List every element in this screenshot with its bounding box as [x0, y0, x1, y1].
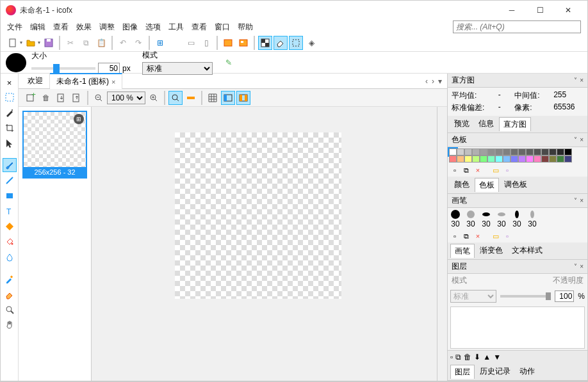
swatch[interactable] — [464, 148, 472, 155]
search-input[interactable] — [453, 20, 581, 33]
tab-document[interactable]: 未命名-1 (图标)× — [50, 73, 122, 89]
tab-close-icon[interactable]: × — [111, 78, 115, 86]
panel-collapse-icon[interactable]: ˅ — [574, 77, 577, 84]
layer-mode-select[interactable]: 标准 — [450, 290, 496, 303]
eraser-tool[interactable] — [3, 287, 17, 301]
save-button[interactable] — [42, 36, 56, 50]
swatch[interactable] — [457, 148, 464, 155]
swatch[interactable] — [526, 155, 534, 163]
tab-next-icon[interactable]: › — [432, 77, 434, 86]
brush-preset[interactable]: 30 — [481, 209, 491, 228]
menu-file[interactable]: 文件 — [7, 22, 22, 33]
menu-window[interactable]: 窗口 — [215, 22, 230, 33]
swatch[interactable] — [534, 155, 541, 163]
tab-welcome[interactable]: 欢迎 — [21, 74, 50, 88]
swatch[interactable] — [487, 148, 495, 155]
canvas-area[interactable] — [92, 107, 447, 381]
swatch[interactable] — [510, 155, 518, 163]
swatch[interactable] — [557, 148, 564, 155]
swatch[interactable] — [480, 155, 487, 163]
move-tool[interactable] — [3, 136, 17, 150]
tab-history[interactable]: 历史记录 — [476, 365, 514, 379]
cut-button[interactable]: ✂ — [63, 36, 78, 50]
swatch[interactable] — [487, 155, 495, 163]
menu-effects[interactable]: 效果 — [76, 22, 92, 33]
swatch[interactable] — [534, 148, 541, 155]
new-dropdown-icon[interactable]: ▾ — [20, 40, 22, 45]
swatch[interactable] — [541, 155, 549, 163]
swatch[interactable] — [472, 155, 480, 163]
import-button[interactable] — [70, 91, 84, 105]
swatch[interactable] — [472, 148, 480, 155]
swatch[interactable] — [518, 155, 526, 163]
canvas[interactable] — [175, 132, 341, 299]
copy-layer-icon[interactable]: ⧉ — [455, 353, 461, 362]
eyedropper-tool[interactable] — [3, 272, 17, 286]
marquee-tool[interactable] — [3, 90, 17, 104]
folder-brush-icon[interactable]: ▭ — [491, 232, 500, 241]
swatch[interactable] — [503, 148, 510, 155]
menu-view2[interactable]: 查看 — [192, 22, 207, 33]
layer-list[interactable] — [450, 306, 585, 349]
close-button[interactable]: ✕ — [554, 1, 582, 19]
delete-brush-icon[interactable]: × — [473, 232, 482, 241]
thumbnail-item[interactable]: ⊞ 256x256 - 32 — [22, 111, 87, 179]
hand-tool[interactable] — [3, 318, 17, 332]
brush-settings-icon[interactable]: ✎ — [222, 56, 236, 70]
brush-preset[interactable]: 30 — [512, 209, 522, 228]
panel-left-button[interactable] — [221, 91, 235, 105]
merge-down-icon[interactable]: ⬇ — [474, 353, 480, 362]
resource-button[interactable] — [221, 36, 235, 50]
swatch[interactable] — [480, 148, 487, 155]
menu-tools[interactable]: 工具 — [168, 22, 184, 33]
minimize-button[interactable]: ─ — [498, 1, 526, 19]
mode-select[interactable]: 标准 — [142, 62, 213, 75]
opacity-slider[interactable] — [500, 295, 551, 298]
tab-gradient[interactable]: 渐变色 — [476, 244, 507, 258]
redo-button[interactable]: ↷ — [131, 36, 145, 50]
tab-preview[interactable]: 预览 — [450, 117, 473, 131]
open-button[interactable] — [24, 36, 38, 50]
zoom-in-button[interactable] — [147, 91, 161, 105]
zoom-tool[interactable] — [3, 303, 17, 317]
swatch[interactable] — [549, 148, 557, 155]
tab-brush[interactable]: 画笔 — [450, 244, 475, 258]
layers-icon[interactable]: ◈ — [304, 36, 318, 50]
delete-swatch-icon[interactable]: × — [473, 166, 482, 175]
swatch[interactable] — [457, 155, 464, 163]
windows-icon[interactable]: ⊞ — [153, 36, 167, 50]
tab-histogram[interactable]: 直方图 — [499, 117, 531, 131]
swatch[interactable] — [449, 155, 457, 163]
save-swatch-icon[interactable]: ▫ — [503, 166, 512, 175]
grid-button[interactable] — [206, 91, 220, 105]
folder-swatch-icon[interactable]: ▭ — [491, 166, 500, 175]
gradient-tool[interactable] — [3, 219, 17, 234]
new-layer-icon[interactable]: ▫ — [450, 353, 453, 362]
copy-swatch-icon[interactable]: ⧉ — [462, 166, 471, 175]
drop-tool[interactable] — [3, 250, 17, 264]
swatch[interactable] — [503, 155, 510, 163]
tab-text-style[interactable]: 文本样式 — [508, 244, 546, 258]
delete-image-button[interactable]: 🗑 — [39, 91, 53, 105]
brush-preset[interactable]: 30 — [496, 209, 507, 228]
vertical-scrollbar[interactable] — [437, 107, 447, 381]
zoom-fit-button[interactable] — [168, 91, 183, 105]
delete-layer-icon[interactable]: 🗑 — [464, 353, 471, 362]
tab-menu-icon[interactable]: ▾ — [438, 77, 442, 86]
tab-actions[interactable]: 动作 — [516, 365, 539, 379]
bounds-button[interactable] — [289, 36, 303, 50]
swatch[interactable] — [564, 155, 572, 163]
tab-color[interactable]: 颜色 — [450, 178, 473, 192]
tools-close-icon[interactable]: × — [3, 76, 17, 89]
panel-center-button[interactable] — [236, 91, 250, 105]
swatch[interactable] — [495, 155, 503, 163]
new-button[interactable] — [6, 36, 20, 50]
brush-preset[interactable]: 30 — [466, 209, 476, 228]
swatch[interactable] — [449, 148, 457, 155]
paste-button[interactable]: 📋 — [94, 36, 108, 50]
swatch[interactable] — [541, 148, 549, 155]
layer-up-icon[interactable]: ▲ — [483, 353, 491, 362]
open-dropdown-icon[interactable]: ▾ — [38, 40, 40, 45]
new-swatch-icon[interactable]: ▫ — [450, 166, 459, 175]
maximize-button[interactable]: ☐ — [526, 1, 554, 19]
